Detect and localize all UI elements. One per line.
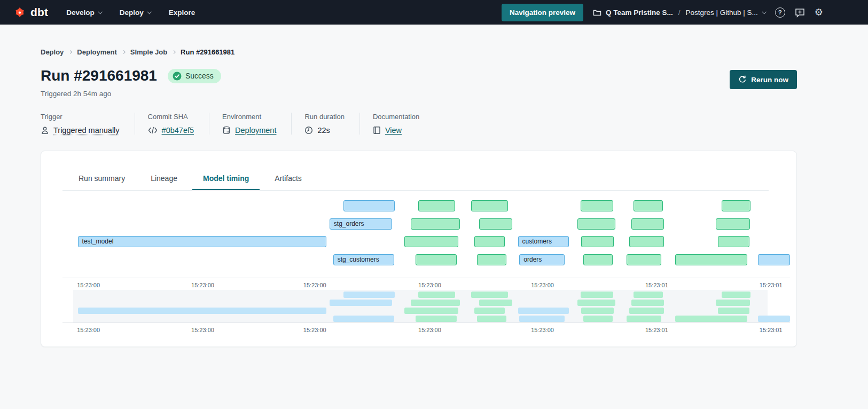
gantt-bar[interactable] (716, 218, 750, 230)
triggered-ago-text: Triggered 2h 54m ago (41, 90, 221, 98)
overview-bar (634, 292, 662, 298)
overview-bar (581, 292, 613, 298)
tab-artifacts[interactable]: Artifacts (264, 166, 312, 190)
gantt-bar[interactable] (577, 218, 615, 230)
meta-commit-sha: Commit SHA #0b47ef5 (135, 113, 209, 135)
nav-item-explore[interactable]: Explore (169, 9, 196, 17)
overview-bar (479, 300, 512, 306)
overview-bar (343, 292, 395, 298)
tab-lineage[interactable]: Lineage (140, 166, 188, 190)
dbt-logo[interactable]: dbt (13, 5, 48, 19)
overview-bar (716, 300, 750, 306)
gantt-bar[interactable] (411, 218, 459, 230)
gantt-bar[interactable] (627, 254, 661, 265)
top-nav: dbt Develop Deploy Explore Navigation pr… (0, 0, 868, 25)
meta-label: Trigger (41, 113, 120, 121)
gantt-bar[interactable] (479, 218, 512, 230)
axis-tick-label: 15:23:00 (191, 327, 214, 333)
breadcrumb-deploy[interactable]: Deploy (41, 48, 64, 56)
tab-model-timing[interactable]: Model timing (192, 166, 260, 190)
gantt-bar[interactable] (581, 200, 613, 211)
rerun-now-button[interactable]: Rerun now (730, 70, 797, 89)
gantt-bar[interactable] (634, 200, 662, 211)
overview-bar (722, 292, 750, 298)
axis-tick-label: 15:23:01 (645, 282, 668, 288)
overview-bar (758, 316, 790, 322)
gantt-bar[interactable] (418, 200, 455, 211)
brand-name: dbt (30, 6, 48, 19)
axis-tick-label: 15:23:00 (418, 327, 441, 333)
gantt-bar[interactable] (343, 200, 395, 211)
run-duration-value: 22s (317, 126, 330, 135)
gantt-bar-label: stg_customers (334, 255, 394, 264)
axis-tick-label: 15:23:01 (760, 282, 783, 288)
gantt-bar[interactable] (583, 254, 612, 265)
gantt-bar[interactable] (675, 254, 747, 265)
gantt-bar-stg_orders[interactable]: stg_orders (330, 218, 392, 230)
meta-label: Run duration (304, 113, 344, 121)
gantt-bar-orders[interactable]: orders (519, 254, 564, 265)
overview-bar (471, 292, 507, 298)
account-project-switcher[interactable]: Q Team Pristine S... / Postgres | Github… (593, 8, 765, 17)
overview-bar (519, 316, 564, 322)
path-separator: / (678, 9, 681, 17)
overview-bar (631, 300, 664, 306)
breadcrumb-deployment[interactable]: Deployment (77, 48, 116, 56)
gantt-bar[interactable] (404, 236, 458, 247)
axis-tick-label: 15:23:00 (77, 282, 100, 288)
rerun-icon (738, 75, 747, 84)
overview-bar (474, 308, 505, 314)
overview-bar (477, 316, 506, 322)
meta-environment: Environment Deployment (209, 113, 291, 135)
gantt-bar-stg_customers[interactable]: stg_customers (333, 254, 394, 265)
gantt-bar[interactable] (631, 218, 664, 230)
gantt-bar-customers[interactable]: customers (518, 236, 569, 247)
commit-sha-link[interactable]: #0b47ef5 (162, 126, 194, 135)
overview-bar (78, 308, 327, 314)
clock-icon (304, 126, 313, 135)
gantt-bar-label: customers (519, 237, 568, 246)
navigation-preview-button[interactable]: Navigation preview (502, 4, 583, 21)
overview-bar (581, 308, 614, 314)
user-icon (41, 126, 49, 135)
gantt-bar-label: test_model (79, 237, 326, 246)
axis-tick-label: 15:23:00 (77, 327, 100, 333)
account-name: Q Team Pristine S... (606, 9, 673, 17)
database-icon (222, 126, 231, 135)
documentation-view-link[interactable]: View (385, 126, 402, 135)
tab-run-summary[interactable]: Run summary (68, 166, 136, 190)
run-metadata: Trigger Triggered manually Commit SHA #0… (41, 113, 797, 135)
gantt-bar[interactable] (629, 236, 664, 247)
trigger-value: Triggered manually (53, 126, 120, 135)
code-icon (148, 127, 158, 134)
gantt-overview-brush[interactable] (62, 290, 790, 323)
nav-item-deploy[interactable]: Deploy (120, 9, 151, 17)
feedback-icon[interactable] (795, 7, 805, 18)
gantt-bar-test_model[interactable]: test_model (78, 236, 327, 247)
meta-label: Commit SHA (148, 113, 194, 121)
gantt-bar[interactable] (718, 236, 749, 247)
gantt-bar[interactable] (758, 254, 790, 265)
run-page: Deploy Deployment SImple Job Run #291661… (0, 25, 868, 347)
gantt-bar[interactable] (722, 200, 750, 211)
chevron-right-icon (68, 50, 72, 54)
gantt-bar[interactable] (581, 236, 614, 247)
meta-documentation: Documentation View (359, 113, 434, 135)
overview-bar (675, 316, 747, 322)
gantt-bar[interactable] (477, 254, 506, 265)
overview-bar (627, 316, 661, 322)
gantt-bar[interactable] (471, 200, 507, 211)
nav-item-develop[interactable]: Develop (66, 9, 101, 17)
axis-tick-label: 15:23:00 (531, 282, 554, 288)
chevron-right-icon (172, 50, 176, 54)
overview-bar (629, 308, 664, 314)
gantt-bar[interactable] (474, 236, 505, 247)
breadcrumb-job[interactable]: SImple Job (130, 48, 167, 56)
settings-icon[interactable]: ⚙ (815, 7, 823, 17)
meta-trigger: Trigger Triggered manually (41, 113, 135, 135)
help-icon[interactable]: ? (775, 7, 785, 18)
gantt-bar[interactable] (416, 254, 457, 265)
environment-link[interactable]: Deployment (235, 126, 276, 135)
breadcrumb: Deploy Deployment SImple Job Run #291661… (41, 48, 797, 56)
run-detail-card: Run summary Lineage Model timing Artifac… (41, 151, 797, 347)
